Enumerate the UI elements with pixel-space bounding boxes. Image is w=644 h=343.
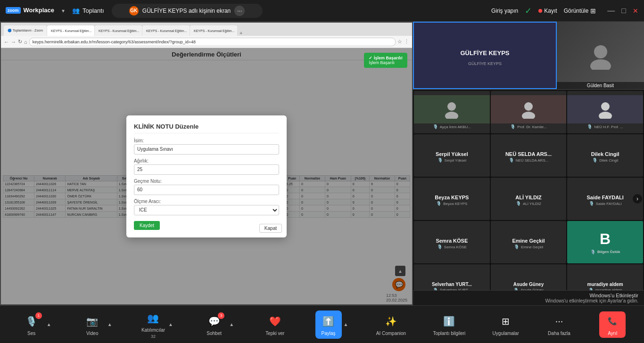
isim-input[interactable] xyxy=(134,144,279,155)
video-button[interactable]: 📷 Video xyxy=(79,313,106,336)
meeting-info-button[interactable]: ℹ️ Toplantı bilgileri xyxy=(433,313,465,336)
right-panel: GÜLFİYE KEYPS GÜLFİYE KEYPS Gülden Basit xyxy=(413,22,644,305)
mic-icon: 🎙️ xyxy=(587,124,592,129)
participant-card: NEÜ SELDA ARS... 🎙️ NEÜ SELDA ARS... xyxy=(491,134,567,177)
ses-dropdown-btn[interactable]: ▲ xyxy=(46,322,52,327)
secondary-speaker-card: Gülden Basit xyxy=(557,22,644,89)
back-btn[interactable]: ← xyxy=(4,39,9,45)
home-btn[interactable]: ⌂ xyxy=(24,39,27,45)
tepkiver-button[interactable]: ❤️ Tepki ver xyxy=(262,313,288,336)
audio-btn-group: 🎙️ 1 Ses ▲ xyxy=(18,313,52,336)
signin-btn[interactable]: Giriş yapın xyxy=(491,8,518,14)
forward-btn[interactable]: → xyxy=(11,39,16,45)
daha-fazla-button[interactable]: ··· Daha fazla xyxy=(546,313,572,336)
participant-card: Semra KÖSE 🎙️ Semra KÖSE xyxy=(414,221,490,263)
participant-card: ALİ YILDIZ 🎙️ ALİ YILDIZ xyxy=(491,178,567,220)
meeting-options-btn[interactable]: ··· xyxy=(234,6,245,16)
participant-card: Emine Geçkil 🎙️ Emine Geçkil xyxy=(491,221,567,263)
mic-icon: 🎙️ xyxy=(510,124,515,129)
browser-tab-active[interactable]: KEYPS - Kurumsal Eğitim... xyxy=(47,25,94,36)
participant-card: Serpil Yüksel 🎙️ Serpil Yüksel xyxy=(414,134,490,177)
browser-tab-3[interactable]: KEYPS - Kurumsal Eğitim... xyxy=(142,25,190,36)
sohbet-button[interactable]: 💬 3 Sohbet xyxy=(201,313,227,336)
grid-icon: ⊞ xyxy=(590,7,596,15)
mic-icon: 🎙️ xyxy=(437,245,442,249)
svg-point-7 xyxy=(599,112,612,119)
browser-tab[interactable]: 🔵 Toplantılarım - Zoom xyxy=(4,25,47,36)
app-logo: zoom Workplace xyxy=(6,7,54,14)
svg-point-5 xyxy=(522,112,535,119)
sohbet-dropdown-btn[interactable]: ▲ xyxy=(228,322,235,327)
gk-avatar: GK xyxy=(129,6,139,16)
browser-content: Değerlendirme Ölçütleri ✓ İşlem Başarılı… xyxy=(1,48,412,304)
participant-card: Saide FAYDALI 🎙️ Saide FAYDALI › xyxy=(567,178,643,220)
mic-icon: 🎙️ xyxy=(513,288,519,291)
video-dropdown-btn[interactable]: ▲ xyxy=(107,322,113,327)
mic-icon: 🎙️ xyxy=(589,201,594,206)
view-btn[interactable]: Görüntüle ⊞ xyxy=(564,7,596,15)
menu-btn[interactable]: ⋮ xyxy=(404,39,409,45)
close-btn[interactable]: ✕ xyxy=(633,8,638,14)
svg-point-0 xyxy=(594,45,607,58)
reload-btn[interactable]: ↻ xyxy=(18,39,22,45)
address-bar[interactable] xyxy=(29,38,396,46)
svg-point-6 xyxy=(601,102,610,111)
browser-tab-4[interactable]: KEYPS - Kurumsal Eğitim... xyxy=(190,25,237,36)
katilimcilar-dropdown-btn[interactable]: ▲ xyxy=(167,322,174,327)
participant-card: Beyza KEYPS 🎙️ Beyza KEYPS xyxy=(414,178,490,220)
app-title: Workplace xyxy=(24,7,55,14)
modal-box: KLİNİK NOTU Düzenle İsim: Ağırlık: Geçme… xyxy=(126,115,287,237)
participant-card: 🎙️ Ayça İrem AKBU... xyxy=(414,91,490,133)
bookmark-btn[interactable]: ☆ xyxy=(397,39,402,45)
active-speaker-row: GÜLFİYE KEYPS GÜLFİYE KEYPS Gülden Basit xyxy=(413,22,644,90)
katilimcilar-button[interactable]: 👥 Katılımcılar 32 xyxy=(140,310,166,339)
agirlik-input[interactable] xyxy=(134,164,279,175)
mic-icon: 🎙️ xyxy=(433,288,438,291)
modal-overlay: ✓ İşlem Başarılı! İşlem Başarılı KLİNİK … xyxy=(1,48,412,304)
check-icon: ✓ xyxy=(525,6,532,16)
participants-btn-group: 👥 Katılımcılar 32 ▲ xyxy=(140,310,174,339)
ses-button[interactable]: 🎙️ 1 Ses xyxy=(18,313,45,336)
mic-icon: 🎙️ xyxy=(516,201,521,206)
maximize-btn[interactable]: □ xyxy=(621,7,626,15)
primary-speaker-card: GÜLFİYE KEYPS GÜLFİYE KEYPS xyxy=(413,22,557,89)
uygulamalar-button[interactable]: ⊞ Uygulamalar xyxy=(493,313,519,336)
svg-point-2 xyxy=(447,102,456,111)
form-row-olcme: Ölçme Aracı: ICE xyxy=(134,199,279,215)
olcme-select[interactable]: ICE xyxy=(134,205,279,215)
mic-icon: 🎙️ xyxy=(436,201,441,206)
next-page-btn[interactable]: › xyxy=(633,194,642,204)
paylas-dropdown-btn[interactable]: ▲ xyxy=(343,322,349,327)
mic-icon: 🎙️ xyxy=(509,158,514,163)
kapat-button[interactable]: Kapat xyxy=(259,224,282,233)
browser-tab-2[interactable]: KEYPS - Kurumsal Eğitim... xyxy=(95,25,142,36)
main-content: 🔵 Toplantılarım - Zoom KEYPS - Kurumsal … xyxy=(0,22,644,305)
new-tab-btn[interactable]: + xyxy=(238,30,244,36)
record-btn[interactable]: Kayıt xyxy=(538,8,557,14)
svg-point-1 xyxy=(590,59,611,70)
minimize-btn[interactable]: — xyxy=(607,7,615,15)
meeting-indicator: GK GÜLFİYE KEYPS adlı kişinin ekran ··· xyxy=(112,4,263,18)
ayril-button[interactable]: 📞 Ayrıl xyxy=(599,311,626,338)
kaydet-button[interactable]: Kaydet xyxy=(134,221,160,230)
participant-card: Dilek Cingil 🎙️ Dilek Cingil xyxy=(567,134,643,177)
form-row-agirlik: Ağırlık: xyxy=(134,158,279,175)
windows-activation: Windows'u Etkinleştir Windows'u etkinleş… xyxy=(413,290,644,305)
paylas-button[interactable]: ⬆️ Paylaş xyxy=(315,310,342,339)
people-icon: 👥 xyxy=(72,7,80,14)
ai-companion-button[interactable]: ✨ AI Companion xyxy=(376,313,406,336)
meeting-button[interactable]: 👥 Toplantı xyxy=(72,7,104,14)
primary-speaker-sub: GÜLFİYE KEYPS xyxy=(468,61,502,66)
modal-title: KLİNİK NOTU Düzenle xyxy=(134,123,279,133)
bottom-bar: 🎙️ 1 Ses ▲ 📷 Video ▲ 👥 Katılımcılar 32 ▲… xyxy=(0,305,644,343)
browser-toolbar: ← → ↻ ⌂ ☆ ⋮ xyxy=(1,36,412,48)
ses-badge: 1 xyxy=(35,312,42,319)
screen-share-area: 🔵 Toplantılarım - Zoom KEYPS - Kurumsal … xyxy=(0,22,413,305)
chat-btn-group: 💬 3 Sohbet ▲ xyxy=(201,313,235,336)
app-dropdown-btn[interactable]: ▾ xyxy=(62,8,65,14)
secondary-speaker-photo xyxy=(557,22,644,89)
participant-card: 🎙️ Prof. Dr. Kamile... xyxy=(491,91,567,133)
gecme-input[interactable] xyxy=(134,185,279,195)
participant-card: Asude Güney 🎙️ Asude Güney xyxy=(491,264,567,290)
svg-point-4 xyxy=(524,102,533,111)
